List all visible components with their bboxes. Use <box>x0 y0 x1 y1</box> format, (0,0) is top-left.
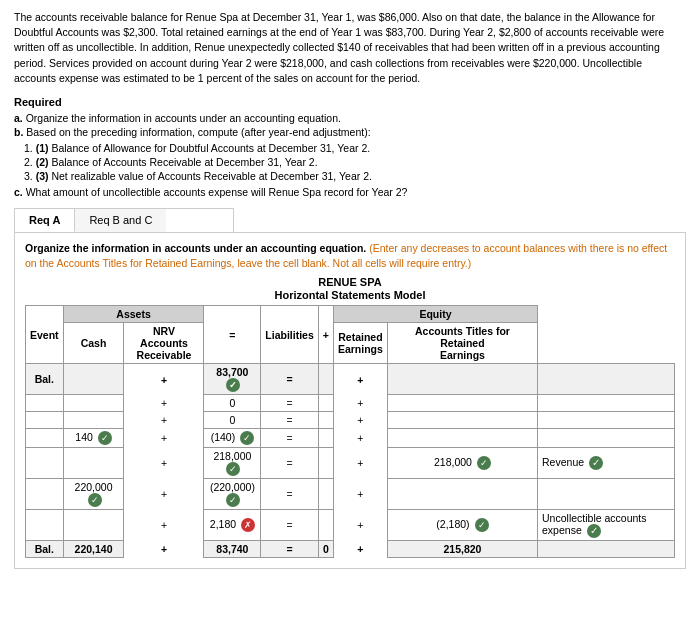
liabilities-cell[interactable] <box>318 510 333 541</box>
plus-cell: + <box>124 448 204 479</box>
plus-header: + <box>318 306 333 364</box>
nrv-cell[interactable]: (140) ✓ <box>204 429 261 448</box>
liabilities-cell[interactable] <box>318 364 333 395</box>
plus2-cell: + <box>333 541 387 558</box>
liabilities-cell[interactable] <box>318 479 333 510</box>
plus-cell: + <box>124 541 204 558</box>
plus-cell: + <box>124 429 204 448</box>
cash-cell[interactable] <box>63 395 124 412</box>
retained-cell[interactable]: (2,180) ✓ <box>387 510 537 541</box>
nrv-cell[interactable]: 2,180 ✗ <box>204 510 261 541</box>
table-model: Horizontal Statements Model <box>25 289 675 301</box>
accounts-titles-cell[interactable] <box>538 541 675 558</box>
retained-cell[interactable]: 215,820 <box>387 541 537 558</box>
plus-cell: + <box>124 364 204 395</box>
accounts-titles-cell[interactable] <box>538 429 675 448</box>
liabilities-header: Liabilities <box>261 306 318 364</box>
retained-cell[interactable] <box>387 395 537 412</box>
plus-cell: + <box>124 479 204 510</box>
event-cell: Bal. <box>26 541 64 558</box>
check-icon: ✓ <box>240 431 254 445</box>
plus2-cell: + <box>333 510 387 541</box>
accounts-titles-cell[interactable] <box>538 395 675 412</box>
equals-cell: = <box>261 395 318 412</box>
event-cell <box>26 412 64 429</box>
retained-cell[interactable] <box>387 429 537 448</box>
accounts-titles-cell[interactable] <box>538 364 675 395</box>
dropdown-icon: ✓ <box>589 456 603 470</box>
event-cell <box>26 395 64 412</box>
nrv-cell[interactable]: (220,000) ✓ <box>204 479 261 510</box>
equals-cell: = <box>261 479 318 510</box>
x-icon: ✗ <box>241 518 255 532</box>
tab-req-bc[interactable]: Req B and C <box>75 209 166 232</box>
check-icon: ✓ <box>226 493 240 507</box>
plus2-cell: + <box>333 429 387 448</box>
equals-cell: = <box>261 448 318 479</box>
equals-header: = <box>204 306 261 364</box>
liabilities-cell[interactable] <box>318 429 333 448</box>
equals-cell: = <box>261 364 318 395</box>
accounts-titles-header: Accounts Titles for RetainedEarnings <box>387 323 537 364</box>
numbered-list: 1. (1) Balance of Allowance for Doubtful… <box>24 142 686 182</box>
nrv-cell[interactable]: 83,740 <box>204 541 261 558</box>
nrv-cell[interactable]: 218,000 ✓ <box>204 448 261 479</box>
cash-cell[interactable] <box>63 448 124 479</box>
accounts-titles-cell[interactable] <box>538 479 675 510</box>
retained-cell[interactable] <box>387 479 537 510</box>
cash-cell[interactable] <box>63 510 124 541</box>
numbered-item-1: 1. (1) Balance of Allowance for Doubtful… <box>24 142 686 154</box>
plus2-cell: + <box>333 395 387 412</box>
check-icon: ✓ <box>98 431 112 445</box>
numbered-item-3: 3. (3) Net realizable value of Accounts … <box>24 170 686 182</box>
check-icon: ✓ <box>226 378 240 392</box>
accounts-titles-cell[interactable]: Uncollectible accounts expense ✓ <box>538 510 675 541</box>
nrv-cell[interactable]: 0 <box>204 395 261 412</box>
content-box: Organize the information in accounts und… <box>14 232 686 569</box>
plus2-cell: + <box>333 412 387 429</box>
plus-cell: + <box>124 412 204 429</box>
nrv-header: NRVAccountsReceivable <box>124 323 204 364</box>
retained-cell[interactable] <box>387 412 537 429</box>
retained-header: RetainedEarnings <box>333 323 387 364</box>
liabilities-cell[interactable] <box>318 412 333 429</box>
dropdown-icon: ✓ <box>587 524 601 538</box>
event-cell <box>26 429 64 448</box>
plus2-cell: + <box>333 448 387 479</box>
liabilities-cell[interactable] <box>318 395 333 412</box>
event-header: Event <box>26 306 64 364</box>
accounts-titles-cell[interactable]: Revenue ✓ <box>538 448 675 479</box>
retained-cell[interactable]: 218,000 ✓ <box>387 448 537 479</box>
cash-cell[interactable] <box>63 364 124 395</box>
equals-cell: = <box>261 412 318 429</box>
nrv-cell[interactable]: 0 <box>204 412 261 429</box>
required-title: Required <box>14 96 686 108</box>
cash-cell[interactable]: 220,140 <box>63 541 124 558</box>
nrv-cell[interactable]: 83,700 ✓ <box>204 364 261 395</box>
required-item-a: a. Organize the information in accounts … <box>14 112 686 124</box>
cash-cell[interactable]: 140 ✓ <box>63 429 124 448</box>
numbered-item-2: 2. (2) Balance of Accounts Receivable at… <box>24 156 686 168</box>
required-item-b: b. Based on the preceding information, c… <box>14 126 686 138</box>
check-icon: ✓ <box>475 518 489 532</box>
event-cell <box>26 510 64 541</box>
accounts-titles-cell[interactable] <box>538 412 675 429</box>
event-cell <box>26 448 64 479</box>
check-icon: ✓ <box>226 462 240 476</box>
liabilities-cell[interactable] <box>318 448 333 479</box>
organize-text: Organize the information in accounts und… <box>25 241 675 270</box>
cash-cell[interactable] <box>63 412 124 429</box>
tabs-row: Req A Req B and C <box>14 208 234 232</box>
main-table: Event Assets = Liabilities + Equity Cash… <box>25 305 675 558</box>
event-cell <box>26 479 64 510</box>
equals-cell: = <box>261 429 318 448</box>
table-company: RENUE SPA <box>25 276 675 288</box>
liabilities-cell[interactable]: 0 <box>318 541 333 558</box>
retained-cell[interactable] <box>387 364 537 395</box>
equals-cell: = <box>261 510 318 541</box>
tab-req-a[interactable]: Req A <box>15 209 75 232</box>
plus2-cell: + <box>333 364 387 395</box>
required-section: Required a. Organize the information in … <box>14 96 686 198</box>
cash-cell[interactable]: 220,000 ✓ <box>63 479 124 510</box>
check-icon: ✓ <box>88 493 102 507</box>
